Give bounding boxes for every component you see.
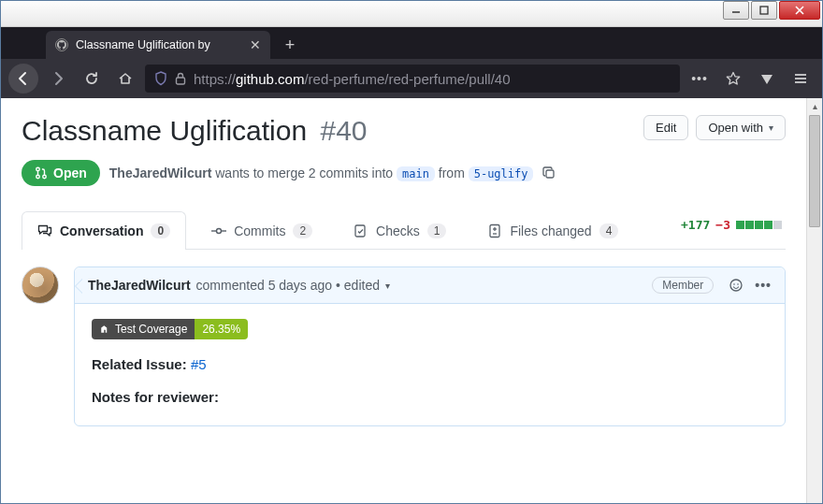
scroll-up-arrow-icon[interactable]: ▴ [807,98,822,114]
checks-count: 1 [427,223,447,238]
bookmark-star-icon[interactable] [719,65,747,93]
new-tab-button[interactable]: + [278,33,302,57]
related-issue-line: Related Issue: #5 [92,356,768,372]
lock-icon[interactable] [175,72,186,85]
files-count: 4 [599,223,619,238]
browser-tab-title: Classname Uglification by [76,38,210,51]
tracking-shield-icon[interactable] [154,71,167,86]
tab-conversation[interactable]: Conversation 0 [22,211,186,250]
comment-kebab-icon[interactable]: ••• [755,278,772,293]
tab-strip: Classname Uglification by ✕ + [1,27,822,59]
open-with-button[interactable]: Open with ▾ [696,115,786,140]
tab-close-icon[interactable]: ✕ [250,37,261,52]
comment-discussion-icon [37,223,52,238]
nav-back-button[interactable] [8,64,38,94]
tab-checks[interactable]: Checks 1 [338,211,462,250]
tab-nav: Conversation 0 Commits 2 Checks 1 Files … [22,210,786,250]
browser-tab[interactable]: Classname Uglification by ✕ [46,31,270,59]
svg-point-21 [733,283,735,285]
emoji-reaction-icon[interactable] [729,278,744,293]
browser-navbar: https://github.com/red-perfume/red-perfu… [1,59,822,98]
window-maximize-button[interactable] [751,1,777,20]
pr-title: Classname Uglification #40 [22,115,368,147]
os-titlebar [1,1,822,27]
browser-chrome: Classname Uglification by ✕ + https://gi… [1,27,822,98]
svg-point-12 [217,229,222,234]
svg-rect-1 [760,7,768,14]
page-content: Classname Uglification #40 Edit Open wit… [1,98,806,503]
head-branch[interactable]: 5-uglify [469,166,534,181]
additions-count: +177 [681,218,710,232]
nav-reload-button[interactable] [78,65,106,93]
comment-meta: commented 5 days ago • edited [196,278,380,293]
notes-line: Notes for reviewer: [92,389,768,405]
tab-commits[interactable]: Commits 2 [195,211,328,250]
nav-forward-button[interactable] [44,65,72,93]
issue-link[interactable]: #5 [191,356,207,372]
svg-rect-4 [177,78,185,84]
svg-rect-15 [355,225,365,237]
git-pull-request-icon [35,166,48,180]
checklist-icon [354,223,368,238]
app-menu-icon[interactable] [787,65,815,93]
pr-number: #40 [320,115,367,146]
git-commit-icon [211,223,226,238]
copy-branch-icon[interactable] [542,166,556,180]
svg-point-10 [43,175,47,179]
diffstat: +177 −3 [681,218,786,241]
page-actions-icon[interactable]: ••• [686,65,714,93]
base-branch[interactable]: main [397,166,435,181]
brand-badge-icon[interactable] [753,65,781,93]
window-close-button[interactable] [779,1,820,20]
caret-down-icon: ▾ [769,122,773,133]
deletions-count: −3 [715,218,730,232]
github-favicon-icon [55,38,68,51]
scrollbar-thumb[interactable] [809,115,820,227]
address-bar[interactable]: https://github.com/red-perfume/red-perfu… [145,65,680,93]
svg-point-8 [36,167,40,171]
comment-bubble: TheJaredWilcurt commented 5 days ago • e… [74,266,786,426]
edit-button[interactable]: Edit [643,115,688,140]
diff-blocks [736,221,782,229]
svg-point-22 [737,283,739,285]
comment-author[interactable]: TheJaredWilcurt [88,278,191,293]
coverage-icon [99,324,110,335]
avatar[interactable] [22,266,59,304]
file-diff-icon [487,223,502,238]
role-badge: Member [652,277,714,294]
vertical-scrollbar[interactable]: ▴ [806,98,822,503]
pr-state-badge: Open [22,160,100,186]
merge-summary: TheJaredWilcurt wants to merge 2 commits… [109,166,534,180]
coverage-badge[interactable]: Test Coverage 26.35% [92,319,248,339]
nav-home-button[interactable] [111,65,139,93]
url-text: https://github.com/red-perfume/red-perfu… [194,71,511,87]
svg-rect-11 [546,170,554,178]
tab-files-changed[interactable]: Files changed 4 [471,211,634,250]
svg-point-9 [36,175,40,179]
commits-count: 2 [293,223,312,238]
edited-dropdown-icon[interactable]: ▾ [385,281,390,291]
conversation-count: 0 [151,223,170,238]
window-minimize-button[interactable] [723,1,749,20]
svg-point-20 [730,280,742,291]
